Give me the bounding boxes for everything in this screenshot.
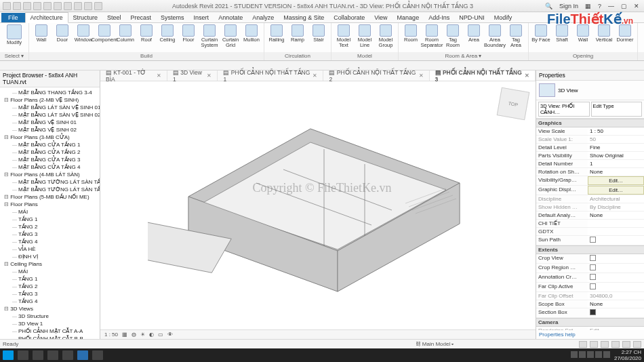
tree-item[interactable]: 3D View 1 (4, 320, 100, 327)
tool-model-text[interactable]: Model Text (334, 24, 353, 47)
status-icon[interactable] (622, 341, 630, 348)
tool-railing[interactable]: Railing (267, 24, 286, 43)
ribbon-tab-steel[interactable]: Steel (102, 13, 126, 22)
tool-room[interactable]: Room (401, 24, 420, 43)
ribbon-tab-annotate[interactable]: Annotate (214, 13, 247, 22)
tool-model-group[interactable]: Model Group (376, 24, 395, 47)
property-row[interactable]: GDTX (536, 228, 644, 236)
close-tab-icon[interactable]: ✕ (525, 73, 529, 79)
tool-model-line[interactable]: Model Line (355, 24, 374, 47)
tree-item[interactable]: Floor Plans (2-MB VỆ SINH) (4, 96, 100, 104)
tree-item[interactable]: MẶT BẰNG VỆ SINH 01 (4, 119, 100, 126)
property-value[interactable] (588, 283, 644, 291)
ribbon-tab-file[interactable]: File (1, 13, 25, 22)
property-row[interactable]: Scope BoxNone (536, 300, 644, 308)
property-row[interactable]: View Scale1 : 50 (536, 127, 644, 136)
ribbon-tab-npd-uni[interactable]: NPD-UNI (454, 13, 489, 22)
property-row[interactable]: Crop Region … (536, 264, 644, 273)
tool-curtain-system[interactable]: Curtain System (200, 24, 219, 47)
ribbon-tab-structure[interactable]: Structure (68, 13, 103, 22)
system-tray[interactable] (569, 351, 610, 359)
property-row[interactable]: Scale Value 1:50 (536, 136, 644, 144)
property-row[interactable]: DisciplineArchitectural (536, 195, 644, 203)
qat-icon[interactable] (43, 2, 52, 10)
ribbon-tab-manage[interactable]: Manage (393, 13, 424, 22)
ribbon-tab-add-ins[interactable]: Add-Ins (424, 13, 454, 22)
ribbon-tab-massing-site[interactable]: Massing & Site (279, 13, 329, 22)
tool-tag-room[interactable]: Tag Room (443, 24, 462, 47)
property-row[interactable]: Show Hidden …By Discipline (536, 203, 644, 212)
tree-item[interactable]: Floor Plans (4, 201, 100, 208)
view-control-bar[interactable]: 1 : 50 ▦ ◍ ☀ ◐ ▭ 👁 (100, 329, 536, 339)
qat-icon[interactable] (74, 2, 82, 10)
task-search-icon[interactable] (18, 350, 28, 360)
taskbar-clock[interactable]: 2:27 CH27/08/2020 (614, 349, 641, 361)
search-icon[interactable]: 🔍 (543, 3, 555, 9)
tree-item[interactable]: MẶT BẰNG CỬA TẦNG 3 (4, 156, 100, 163)
status-workset[interactable]: ⛓ Main Model ▾ (291, 341, 579, 347)
property-value[interactable]: Fine (588, 144, 644, 151)
tree-item[interactable]: MẶT BẰNG LÁT SÀN VỆ SINH 02 (4, 111, 100, 119)
app-switch-icon[interactable]: ▦ (583, 3, 593, 9)
close-tab-icon[interactable]: ✕ (419, 73, 424, 79)
view-tab[interactable]: ▤ KT-001 - TỜ BÌA✕ (100, 71, 167, 81)
close-tab-icon[interactable]: ✕ (157, 73, 161, 79)
properties-instance-dropdown[interactable]: 3D View: PHỐI CẢNH… (538, 102, 590, 117)
drawing-canvas[interactable]: TOP 1 : (100, 81, 536, 339)
qat-icon[interactable] (13, 2, 21, 10)
qat-icon[interactable] (84, 2, 92, 10)
close-tab-icon[interactable]: ✕ (313, 73, 317, 79)
property-value[interactable] (588, 254, 644, 263)
tool-column[interactable]: Column (116, 24, 135, 43)
edit-type-button[interactable]: Edit Type (591, 102, 643, 117)
status-icon[interactable] (601, 341, 609, 348)
revit-taskbar-icon[interactable] (77, 350, 88, 360)
tree-item[interactable]: Ceiling Plans (4, 260, 100, 268)
ribbon-tab-collaborate[interactable]: Collaborate (329, 13, 369, 22)
property-row[interactable]: Rotation on Sh…None (536, 168, 644, 176)
project-browser-tree[interactable]: MẶT BẰNG THANG TẦNG 3-4Floor Plans (2-MB… (0, 87, 100, 339)
tool-door[interactable]: Door (53, 24, 72, 43)
tree-item[interactable]: MẶT BẰNG CỬA TẦNG 2 (4, 148, 100, 156)
tree-item[interactable]: TẦNG 1 (4, 275, 100, 283)
property-value[interactable] (588, 264, 644, 273)
close-tab-icon[interactable]: ✕ (207, 73, 212, 79)
view-tab[interactable]: ▤ PHỐI CẢNH NỘI THẤT TẦNG 1✕ (218, 71, 323, 81)
crop-icon[interactable]: ▭ (158, 331, 163, 338)
view-tab[interactable]: ▤ 3D View 1✕ (167, 71, 218, 81)
qat-icon[interactable] (23, 2, 31, 10)
tree-item[interactable]: MÁI (4, 268, 100, 275)
properties-help-link[interactable]: Properties help (536, 330, 644, 339)
tree-item[interactable]: VỈA HÈ (4, 245, 100, 253)
property-value[interactable]: 1 (588, 160, 644, 167)
viewcube[interactable]: TOP (497, 87, 530, 121)
ribbon-tab-architecture[interactable]: Architecture (25, 12, 68, 23)
tool-tag-area[interactable]: Tag Area (506, 24, 525, 47)
property-row[interactable]: Parts VisibilityShow Original (536, 152, 644, 160)
tool-component[interactable]: Component (95, 24, 114, 43)
tree-item[interactable]: 3D Views (4, 305, 100, 313)
property-row[interactable]: Detail Number1 (536, 160, 644, 168)
tool-roof[interactable]: Roof (137, 24, 156, 43)
qat-icon[interactable] (94, 2, 102, 10)
qat-icon[interactable] (64, 2, 72, 10)
property-row[interactable]: Far Clip Offset304800,0 (536, 292, 644, 300)
tree-item[interactable]: MẶT BẰNG CỬA TẦNG 4 (4, 163, 100, 171)
tool-modify[interactable]: Modify (3, 24, 26, 45)
tool-stair[interactable]: Stair (309, 24, 328, 43)
property-value[interactable]: Show Original (588, 152, 644, 159)
property-value[interactable]: 304800,0 (588, 292, 644, 300)
tree-item[interactable]: TẦNG 3 (4, 290, 100, 298)
tool-area[interactable]: Area (464, 24, 483, 43)
property-value[interactable] (588, 228, 644, 235)
property-row[interactable]: Default Analy…None (536, 212, 644, 220)
property-value[interactable] (588, 308, 644, 317)
property-section[interactable]: Camera (536, 318, 644, 327)
tree-item[interactable]: TẦNG 2 (4, 223, 100, 230)
property-row[interactable]: Visibility/Grap…Edit… (536, 176, 644, 186)
property-value[interactable]: None (588, 168, 644, 176)
tree-item[interactable]: ĐỊNH VỊ (4, 253, 100, 260)
tree-item[interactable]: MẶT BẰNG LÁT SÀN VỆ SINH 01 (4, 104, 100, 111)
property-value[interactable]: Architectural (588, 195, 644, 203)
property-row[interactable]: Sun Path (536, 236, 644, 245)
